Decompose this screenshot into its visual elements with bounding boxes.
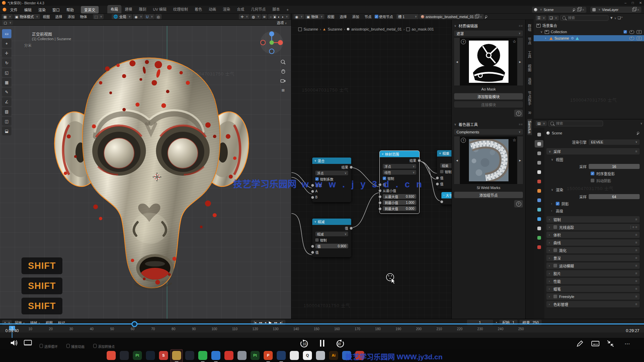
properties-panel-header[interactable]: › Freestyle ⋮≡ ≡ xyxy=(546,293,640,300)
to-min-field[interactable]: 到最小值1.000 xyxy=(383,200,416,205)
properties-tab[interactable] xyxy=(535,206,543,213)
grid-ortho-icon[interactable]: ⊞ xyxy=(279,86,287,94)
socket-to-min-in[interactable] xyxy=(378,201,382,204)
camera-view-icon[interactable] xyxy=(279,77,287,85)
node-mix[interactable]: ∨混合 结果 浮点∨ 钳制系数 系数 A B xyxy=(312,158,351,202)
tool-select-box[interactable]: ▭ xyxy=(2,29,11,38)
taskbar-app-icon[interactable] xyxy=(237,351,247,360)
menu-edit[interactable]: 编辑 xyxy=(21,6,35,13)
new-collection-icon[interactable]: ❏⁺ xyxy=(618,16,623,20)
workspace-tab[interactable]: 脚本 xyxy=(269,5,283,13)
properties-tab[interactable] xyxy=(535,178,543,185)
properties-panel-header[interactable]: › 蜡笔 ⋮≡ ≡ xyxy=(546,286,640,292)
value-field[interactable]: 值0.900 xyxy=(315,244,348,248)
properties-tab[interactable] xyxy=(535,215,543,223)
taskbar-app-icon[interactable] xyxy=(120,351,129,360)
properties-tab[interactable] xyxy=(535,225,543,232)
outliner-search[interactable] xyxy=(560,15,608,21)
shading-wireframe-icon[interactable]: ○ xyxy=(270,15,272,19)
shadows-checkbox[interactable] xyxy=(556,202,559,205)
shading-rendered-icon[interactable]: ◑ xyxy=(281,15,283,19)
keying-menu[interactable]: 插帧∨ xyxy=(28,319,43,326)
view-menu[interactable]: 视图 xyxy=(43,319,55,326)
disable-render-icon[interactable] xyxy=(637,37,642,40)
sidebar-tab[interactable]: 节点 xyxy=(527,36,533,46)
to-max-field[interactable]: 到最大值0.000 xyxy=(383,206,416,211)
filter-icon[interactable]: ▼∨ xyxy=(610,16,616,20)
properties-tab[interactable] xyxy=(535,234,543,241)
data-type-dropdown[interactable]: 浮点∨ xyxy=(383,164,416,169)
sidebar-tab[interactable]: 视图 xyxy=(527,63,533,73)
socket-value2-in[interactable] xyxy=(311,251,314,254)
suzanne-mesh[interactable] xyxy=(0,26,291,319)
socket-in[interactable] xyxy=(440,200,443,203)
viewport-3d[interactable]: ▦∨ ▣ 物体模式∨ 视图 选择 添加 物体 ⬚∨ 🌐 全局∨ ◉∨ U∨ ◎ … xyxy=(0,14,291,319)
workspace-tab[interactable]: 动画 xyxy=(205,5,219,13)
mode-selector[interactable]: ▣ 物体模式∨ xyxy=(13,14,40,19)
workspace-tab[interactable]: 渲染 xyxy=(219,5,233,13)
copy-icon[interactable] xyxy=(632,8,636,11)
help-button[interactable]: ? xyxy=(514,200,523,207)
properties-panel-header[interactable]: › 钳制 ⋮≡ ≡ xyxy=(546,216,640,223)
viewport-menu-select[interactable]: 选择 xyxy=(53,13,65,20)
editor-type-button[interactable]: ▦∨ xyxy=(2,14,13,19)
skip-forward-button[interactable]: 30 xyxy=(335,339,345,349)
panel-checkbox[interactable] xyxy=(553,225,557,229)
navigation-gizmo[interactable] xyxy=(259,30,284,55)
workspace-tab[interactable]: 合成 xyxy=(233,5,248,13)
taskbar-app-icon[interactable] xyxy=(211,351,220,360)
properties-panel-header[interactable]: › 体积 ⋮≡ ≡ xyxy=(546,232,640,238)
viewport-samples-field[interactable]: 16 xyxy=(589,164,640,169)
hide-eye-icon[interactable] xyxy=(629,37,634,40)
tool-icon-chip[interactable]: ▢∨ xyxy=(2,20,13,25)
taskbar-app-icon[interactable] xyxy=(316,351,325,360)
properties-panel-header[interactable]: › 光线追踪 ⋮≡ ≡ xyxy=(546,224,640,230)
sampling-panel-header[interactable]: ∨采样≡ xyxy=(546,148,640,155)
workspace-tab[interactable]: 几何节点 xyxy=(248,5,269,13)
node-menu-view[interactable]: 视图 xyxy=(325,13,337,20)
shading-solid-icon[interactable]: ● xyxy=(273,15,276,19)
properties-panel-header[interactable]: › 曲线 ⋮≡ ≡ xyxy=(546,239,640,246)
maximize-button[interactable]: □ xyxy=(632,1,634,5)
close-icon[interactable]: × xyxy=(637,8,639,12)
speaker-icon[interactable] xyxy=(10,339,18,347)
viewport-subpanel-header[interactable]: ∨视图 xyxy=(546,156,640,163)
socket-result-out[interactable] xyxy=(350,166,353,169)
pause-button[interactable] xyxy=(320,340,324,347)
zoom-icon[interactable] xyxy=(279,58,287,66)
copy-icon[interactable] xyxy=(577,8,581,11)
outliner-row-scene-collection[interactable]: 场景集合 xyxy=(534,22,644,28)
tool-scale[interactable]: ◱ xyxy=(2,68,11,77)
jittered-shadows-checkbox[interactable] xyxy=(591,179,594,182)
properties-panel-header[interactable]: › 胶片 ⋮≡ ≡ xyxy=(546,270,640,277)
close-button[interactable]: ✕ xyxy=(639,1,642,5)
viewport-menu-object[interactable]: 物体 xyxy=(78,13,90,20)
tool-move[interactable]: ✛ xyxy=(2,49,11,58)
tool-transform[interactable]: ▦ xyxy=(2,78,11,87)
favorite-star-icon[interactable]: ☆ xyxy=(513,138,516,142)
shadows-subpanel-header[interactable]: › 阴影 xyxy=(546,200,640,207)
editor-type-button[interactable]: ▤∨ xyxy=(536,121,547,126)
marker-menu[interactable]: 标记 xyxy=(56,319,67,326)
socket-value2-in[interactable] xyxy=(436,182,439,186)
subtitle-panel-icon[interactable] xyxy=(591,340,600,347)
interpolation-dropdown[interactable]: 线性∨ xyxy=(383,170,416,175)
menu-window[interactable]: 窗口 xyxy=(49,6,63,13)
material-slot-selector[interactable]: 槽 1∨ xyxy=(396,14,419,19)
mask-category-dropdown[interactable]: 遮罩∨ xyxy=(454,31,523,36)
pin-icon[interactable] xyxy=(636,131,640,135)
prev-arrow[interactable]: ◂ xyxy=(454,38,460,85)
panel-checkbox[interactable] xyxy=(553,264,557,267)
properties-tab[interactable] xyxy=(535,140,543,147)
search-input[interactable] xyxy=(567,15,606,20)
mix-type-dropdown[interactable]: 浮点∨ xyxy=(315,171,348,175)
more-options-icon[interactable]: ⋯ xyxy=(625,341,631,347)
add-group-node-button[interactable]: 添加组节点 xyxy=(454,192,523,198)
sidebar-tab[interactable]: 选项 xyxy=(527,76,533,86)
panel-checkbox[interactable] xyxy=(553,248,557,252)
shader-tools-panel-header[interactable]: ∨着色器工具≡≡ xyxy=(454,122,523,127)
socket-from-min-in[interactable] xyxy=(378,189,382,192)
socket-from-max-in[interactable] xyxy=(378,195,382,198)
node-menu-select[interactable]: 选择 xyxy=(337,13,349,20)
taskbar-app-icon[interactable] xyxy=(198,351,207,360)
